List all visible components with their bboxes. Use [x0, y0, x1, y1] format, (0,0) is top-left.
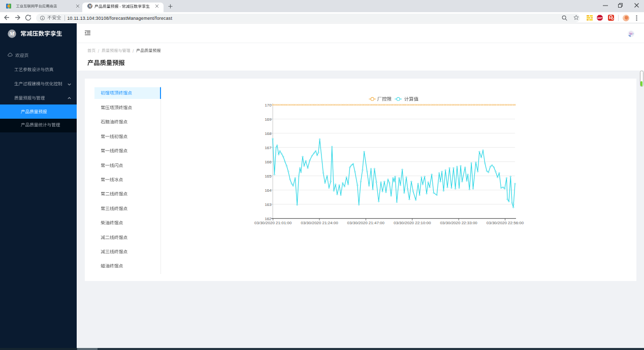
svg-text:M: M	[88, 4, 92, 9]
svg-text:03/30/2020 21:47:00: 03/30/2020 21:47:00	[347, 221, 385, 225]
svg-text:164: 164	[265, 188, 272, 193]
svg-text:03/30/2020 21:01:00: 03/30/2020 21:01:00	[254, 221, 292, 225]
svg-text:03/30/2020 22:33:00: 03/30/2020 22:33:00	[440, 221, 477, 225]
svg-text:03/30/2020 22:10:00: 03/30/2020 22:10:00	[394, 221, 431, 225]
svg-text:170: 170	[265, 103, 272, 108]
svg-text:03/30/2020 22:56:00: 03/30/2020 22:56:00	[487, 221, 524, 225]
svg-text:ABP: ABP	[597, 17, 602, 19]
svg-text:167: 167	[265, 146, 272, 150]
svg-text:163: 163	[265, 202, 272, 207]
svg-text:165: 165	[265, 174, 272, 179]
svg-text:169: 169	[265, 117, 272, 122]
svg-text:168: 168	[265, 131, 272, 136]
svg-text:M: M	[9, 30, 15, 37]
svg-text:03/30/2020 21:24:00: 03/30/2020 21:24:00	[301, 221, 338, 225]
svg-text:166: 166	[265, 160, 272, 164]
